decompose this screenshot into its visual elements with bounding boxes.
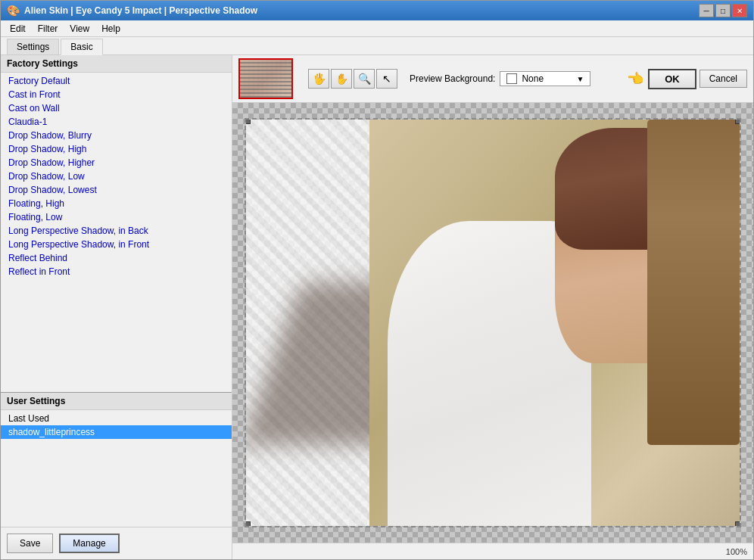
preview-canvas (232, 103, 753, 543)
user-settings-section: User Settings Last Used shadow_littlepri… (1, 393, 232, 559)
maximize-button[interactable]: □ (715, 4, 731, 17)
list-item[interactable]: Reflect in Front (1, 265, 232, 278)
app-icon: 🎨 (7, 5, 20, 17)
tab-basic[interactable]: Basic (61, 39, 102, 55)
handle-top-left[interactable] (246, 120, 251, 124)
menu-help[interactable]: Help (95, 22, 126, 36)
right-panel: 🖐 ✋ 🔍 ↖ Preview Background: (232, 55, 753, 559)
zoom-tool-button[interactable]: 🔍 (354, 69, 375, 89)
preview-image-container (245, 118, 741, 527)
ok-cancel-area: 👈 OK Cancel (627, 69, 747, 89)
list-item[interactable]: Long Perspective Shadow, in Front (1, 238, 232, 251)
window-controls: ─ □ ✕ (699, 4, 747, 17)
title-bar-left: 🎨 Alien Skin | Eye Candy 5 Impact | Pers… (7, 5, 257, 17)
minimize-button[interactable]: ─ (699, 4, 714, 17)
handle-bottom-left[interactable] (246, 521, 251, 526)
tab-settings[interactable]: Settings (7, 39, 59, 54)
bottom-buttons: Save Manage (1, 527, 232, 559)
hand-tool-icon: 🖐 (313, 73, 326, 85)
list-item[interactable]: Drop Shadow, Higher (1, 156, 232, 170)
manage-button[interactable]: Manage (59, 534, 119, 553)
dropdown-arrow-icon: ▼ (576, 75, 584, 83)
list-item[interactable]: Drop Shadow, Blurry (1, 129, 232, 142)
title-bar: 🎨 Alien Skin | Eye Candy 5 Impact | Pers… (1, 1, 753, 20)
factory-settings-list-container: Factory Default Cast in Front Cast on Wa… (1, 73, 232, 392)
select-tool-button[interactable]: ↖ (376, 69, 397, 89)
left-panel: Factory Settings Factory Default Cast in… (1, 55, 232, 559)
save-button[interactable]: Save (7, 534, 53, 553)
preview-thumbnail (238, 58, 293, 99)
toolbar-icons: 🖐 ✋ 🔍 ↖ (308, 69, 397, 89)
pan-tool-button[interactable]: ✋ (331, 69, 352, 89)
menu-view[interactable]: View (64, 22, 95, 36)
menu-bar: Edit Filter View Help (1, 20, 753, 37)
user-settings-list[interactable]: Last Used shadow_littleprincess (1, 410, 232, 527)
color-swatch (506, 73, 517, 84)
preview-bg-value: None (522, 73, 544, 84)
ok-hand-icon: 👈 (627, 70, 643, 87)
main-content: Factory Settings Factory Default Cast in… (1, 55, 753, 559)
ok-button[interactable]: OK (648, 69, 696, 89)
factory-settings-header: Factory Settings (1, 55, 232, 73)
user-setting-item[interactable]: shadow_littleprincess (1, 425, 232, 439)
main-window: 🎨 Alien Skin | Eye Candy 5 Impact | Pers… (0, 0, 754, 560)
list-item[interactable]: Drop Shadow, Lowest (1, 183, 232, 197)
list-item[interactable]: Long Perspective Shadow, in Back (1, 224, 232, 238)
zoom-icon: 🔍 (358, 73, 371, 85)
hand-tool-button[interactable]: 🖐 (308, 69, 329, 89)
list-item[interactable]: Reflect Behind (1, 251, 232, 265)
last-used-label: Last Used (1, 412, 232, 425)
close-button[interactable]: ✕ (732, 4, 747, 17)
preview-bg-select[interactable]: None ▼ (500, 71, 590, 86)
preview-bg-label: Preview Background: (410, 73, 495, 84)
photo-area (369, 120, 740, 526)
window-title: Alien Skin | Eye Candy 5 Impact | Perspe… (24, 5, 257, 16)
toolbar-area: 🖐 ✋ 🔍 ↖ Preview Background: (232, 55, 753, 103)
thumbnail-image (240, 60, 291, 98)
list-item[interactable]: Cast in Front (1, 88, 232, 101)
thumb-watermark (240, 60, 291, 98)
menu-edit[interactable]: Edit (4, 22, 32, 36)
status-bar: 100% (232, 543, 753, 559)
zoom-level: 100% (726, 547, 747, 556)
cancel-button[interactable]: Cancel (699, 70, 747, 88)
tab-bar: Settings Basic (1, 37, 753, 55)
chair-right (647, 120, 740, 445)
list-item[interactable]: Factory Default (1, 74, 232, 88)
handle-bottom-right[interactable] (735, 521, 740, 526)
menu-filter[interactable]: Filter (32, 22, 64, 36)
handle-top-right[interactable] (735, 120, 740, 124)
list-item[interactable]: Claudia-1 (1, 115, 232, 129)
list-item[interactable]: Drop Shadow, High (1, 142, 232, 156)
list-item[interactable]: Cast on Wall (1, 101, 232, 115)
preview-image (246, 120, 740, 526)
list-item[interactable]: Floating, Low (1, 210, 232, 224)
user-settings-header: User Settings (1, 393, 232, 410)
list-item[interactable]: Drop Shadow, Low (1, 170, 232, 183)
select-icon: ↖ (382, 73, 391, 85)
factory-settings-section: Factory Settings Factory Default Cast in… (1, 55, 232, 393)
preview-background-area: Preview Background: None ▼ (410, 71, 590, 86)
factory-settings-list[interactable]: Factory Default Cast in Front Cast on Wa… (1, 73, 232, 392)
list-item[interactable]: Floating, High (1, 197, 232, 210)
pan-tool-icon: ✋ (335, 73, 348, 85)
